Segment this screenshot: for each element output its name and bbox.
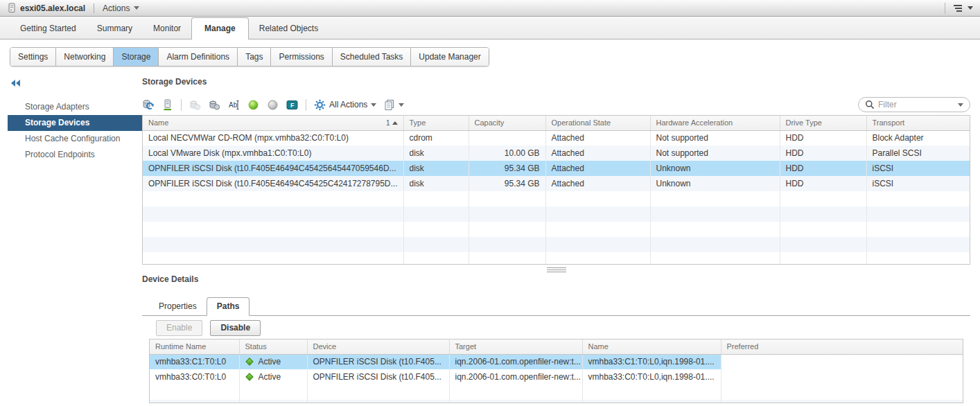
cell-transport: iSCSI: [866, 176, 970, 191]
titlebar-separator: [94, 3, 94, 13]
tab-monitor[interactable]: Monitor: [143, 18, 191, 39]
paths-table: Runtime Name Status Device Target Name P…: [149, 339, 963, 403]
refresh-adapter-icon[interactable]: [142, 99, 154, 111]
column-header-name[interactable]: Name 1: [143, 116, 403, 130]
collapse-sidebar-icon[interactable]: [10, 78, 22, 88]
host-header: esxi05.alex.local: [7, 3, 85, 13]
attach-device-icon[interactable]: [209, 99, 220, 111]
storage-devices-title: Storage Devices: [142, 77, 970, 87]
empty-row: [143, 191, 970, 206]
cell-drive-type: HDD: [780, 145, 866, 161]
column-header-target[interactable]: Target: [449, 339, 582, 354]
storage-devices-toolbar: Ab F: [142, 96, 970, 113]
chevron-down-icon: [371, 103, 376, 107]
cell-name: OPNFILER iSCSI Disk (t10.F405E46494C4542…: [143, 176, 403, 191]
tab-paths[interactable]: Paths: [207, 297, 250, 316]
subtab-tags[interactable]: Tags: [238, 48, 271, 66]
sidebar-item-storage-adapters[interactable]: Storage Adapters: [0, 99, 142, 115]
cell-name: OPNFILER iSCSI Disk (t10.F405E46494C4542…: [143, 161, 403, 176]
column-header-runtime-name[interactable]: Runtime Name: [150, 339, 239, 354]
column-header-name[interactable]: Name: [582, 339, 721, 354]
sidebar-item-protocol-endpoints[interactable]: Protocol Endpoints: [0, 147, 142, 163]
empty-row: [150, 385, 963, 400]
panel-splitter[interactable]: [142, 265, 970, 274]
table-row[interactable]: vmhba33:C1:T0:L0ActiveOPNFILER iSCSI Dis…: [150, 354, 963, 369]
cell-capacity: [469, 130, 545, 145]
cell-type: disk: [403, 161, 469, 176]
cell-name: Local NECVMWar CD-ROM (mpx.vmhba32:C0:T0…: [143, 130, 403, 145]
cell-preferred: [721, 369, 963, 385]
column-header-status[interactable]: Status: [239, 339, 307, 354]
led-off-icon[interactable]: [267, 99, 279, 111]
actions-menu-button[interactable]: Actions: [103, 3, 139, 13]
erase-partitions-icon[interactable]: F: [286, 99, 298, 111]
subtab-settings[interactable]: Settings: [10, 48, 56, 66]
subtab-storage[interactable]: Storage: [114, 48, 159, 66]
subtab-permissions[interactable]: Permissions: [271, 48, 332, 66]
cell-capacity: 95.34 GB: [469, 176, 545, 191]
detach-device-icon: [189, 99, 201, 111]
column-header-device[interactable]: Device: [307, 339, 449, 354]
all-actions-label: All Actions: [329, 100, 367, 109]
rename-device-icon[interactable]: Ab: [228, 99, 240, 111]
sort-order-number: 1: [386, 119, 390, 127]
export-copy-button[interactable]: [384, 99, 404, 111]
empty-row: [143, 206, 970, 222]
chevron-down-icon: [968, 6, 973, 10]
window-menu-button[interactable]: [945, 3, 973, 14]
chevron-down-icon[interactable]: [958, 103, 963, 107]
tab-related-objects[interactable]: Related Objects: [249, 18, 329, 39]
subtab-networking[interactable]: Networking: [56, 48, 114, 66]
column-header-type[interactable]: Type: [403, 116, 469, 130]
cell-type: disk: [403, 176, 469, 191]
enable-path-button: Enable: [156, 320, 202, 336]
column-header-hardware-acceleration[interactable]: Hardware Acceleration: [650, 116, 780, 130]
cell-name: Local VMware Disk (mpx.vmhba1:C0:T0:L0): [143, 145, 403, 161]
sidebar-item-host-cache-configuration[interactable]: Host Cache Configuration: [0, 131, 142, 147]
table-row[interactable]: OPNFILER iSCSI Disk (t10.F405E46494C4542…: [143, 161, 970, 176]
column-header-capacity[interactable]: Capacity: [469, 116, 545, 130]
tab-properties[interactable]: Properties: [149, 298, 207, 315]
cell-status: Active: [239, 369, 307, 385]
led-on-icon[interactable]: [247, 99, 259, 111]
table-row[interactable]: Local NECVMWar CD-ROM (mpx.vmhba32:C0:T0…: [143, 130, 970, 145]
actions-label: Actions: [103, 3, 130, 13]
chevron-down-icon: [134, 6, 139, 10]
cell-transport: Parallel SCSI: [866, 145, 970, 161]
tab-summary[interactable]: Summary: [87, 18, 143, 39]
column-header-transport[interactable]: Transport: [866, 116, 970, 130]
column-header-drive-type[interactable]: Drive Type: [780, 116, 866, 130]
subtab-update-manager[interactable]: Update Manager: [411, 48, 488, 66]
empty-row: [143, 222, 970, 237]
subtab-scheduled-tasks[interactable]: Scheduled Tasks: [333, 48, 412, 66]
sidebar-item-storage-devices[interactable]: Storage Devices: [8, 115, 142, 131]
main-tabbar: Getting Started Summary Monitor Manage R…: [0, 17, 980, 39]
tab-manage[interactable]: Manage: [191, 17, 249, 39]
active-status-icon: [245, 358, 253, 366]
disable-path-button[interactable]: Disable: [210, 320, 261, 336]
subtab-alarm-definitions[interactable]: Alarm Definitions: [159, 48, 238, 66]
column-header-preferred[interactable]: Preferred: [721, 339, 963, 354]
cell-transport: iSCSI: [866, 161, 970, 176]
cell-name: vmhba33:C1:T0:L0,iqn.1998-01....: [582, 354, 721, 369]
storage-sidebar: Storage Adapters Storage Devices Host Ca…: [0, 73, 142, 406]
tab-getting-started[interactable]: Getting Started: [10, 18, 87, 39]
cell-type: disk: [403, 145, 469, 161]
gear-icon: [314, 99, 326, 111]
table-row[interactable]: Local VMware Disk (mpx.vmhba1:C0:T0:L0)d…: [143, 145, 970, 161]
search-icon: [865, 100, 875, 109]
cell-hardware-acceleration: Unknown: [650, 161, 780, 176]
cell-drive-type: HDD: [780, 176, 866, 191]
all-actions-button[interactable]: All Actions: [314, 99, 376, 111]
copy-icon: [384, 99, 396, 111]
column-header-operational-state[interactable]: Operational State: [545, 116, 650, 130]
filter-input[interactable]: [878, 100, 958, 109]
paths-header-row: Runtime Name Status Device Target Name P…: [150, 339, 963, 354]
rescan-host-icon[interactable]: [161, 99, 173, 111]
cell-drive-type: HDD: [780, 161, 866, 176]
cell-name: vmhba33:C0:T0:L0,iqn.1998-01....: [582, 369, 721, 385]
table-row[interactable]: vmhba33:C0:T0:L0ActiveOPNFILER iSCSI Dis…: [150, 369, 963, 385]
cell-hardware-acceleration: Not supported: [650, 145, 780, 161]
cell-operational-state: Attached: [545, 145, 650, 161]
table-row[interactable]: OPNFILER iSCSI Disk (t10.F405E46494C4542…: [143, 176, 970, 191]
